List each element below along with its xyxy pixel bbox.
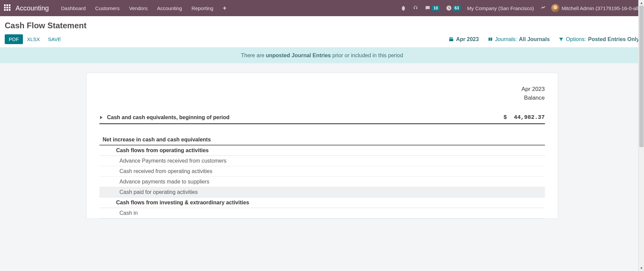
page-title: Cash Flow Statement bbox=[5, 21, 639, 30]
brand[interactable]: Accounting bbox=[16, 4, 49, 12]
toolbar: PDF XLSX SAVE Apr 2023 Journals: All Jou… bbox=[5, 34, 639, 47]
filter-journals[interactable]: Journals: All Journals bbox=[488, 36, 550, 42]
filter-icon bbox=[558, 37, 564, 42]
activities-icon[interactable]: 63 bbox=[446, 5, 461, 11]
company-selector[interactable]: My Company (San Francisco) bbox=[467, 5, 534, 11]
scroll-up-icon[interactable]: ▲ bbox=[639, 0, 644, 6]
row-advance-paid[interactable]: Advance payments made to suppliers bbox=[99, 176, 545, 187]
apps-icon[interactable] bbox=[4, 4, 11, 12]
xlsx-button[interactable]: XLSX bbox=[23, 34, 44, 44]
control-panel: Cash Flow Statement PDF XLSX SAVE Apr 20… bbox=[0, 16, 644, 48]
filter-period[interactable]: Apr 2023 bbox=[449, 36, 479, 42]
topbar: Accounting Dashboard Customers Vendors A… bbox=[0, 0, 644, 16]
pdf-button[interactable]: PDF bbox=[5, 34, 23, 44]
report-balance-label: Balance bbox=[99, 95, 545, 101]
row-investing-activities[interactable]: Cash flows from investing & extraordinar… bbox=[99, 197, 545, 208]
scroll-thumb[interactable] bbox=[639, 6, 644, 147]
nav-dashboard[interactable]: Dashboard bbox=[61, 5, 86, 11]
row-advance-received[interactable]: Advance Payments received from customers bbox=[99, 156, 545, 166]
scrollbar[interactable]: ▲ ▼ bbox=[638, 0, 644, 228]
avatar[interactable] bbox=[551, 4, 559, 12]
filter-options[interactable]: Options: Posted Entries Only bbox=[558, 36, 639, 42]
nav-customers[interactable]: Customers bbox=[95, 5, 120, 11]
calendar-icon bbox=[449, 37, 454, 42]
row-beginning-cash[interactable]: Cash and cash equivalents, beginning of … bbox=[99, 111, 545, 124]
activities-badge: 63 bbox=[453, 5, 461, 11]
row-operating-activities[interactable]: Cash flows from operating activities bbox=[99, 145, 545, 156]
row-beginning-cash-value: $ 44,982.37 bbox=[438, 111, 545, 124]
user-menu[interactable]: Mitchell Admin (37179195-16-0-all) bbox=[561, 5, 640, 11]
report-period: Apr 2023 bbox=[99, 86, 545, 93]
book-icon bbox=[488, 37, 493, 42]
caret-icon[interactable] bbox=[100, 116, 102, 119]
messages-badge: 10 bbox=[432, 5, 439, 11]
save-button[interactable]: SAVE bbox=[44, 34, 65, 44]
row-cash-paid[interactable]: Cash paid for operating activities bbox=[99, 187, 545, 197]
row-net-increase[interactable]: Net increase in cash and cash equivalent… bbox=[99, 134, 545, 145]
warning-banner[interactable]: There are unposted Journal Entries prior… bbox=[0, 48, 644, 63]
plus-icon[interactable]: + bbox=[223, 5, 226, 12]
row-cash-in[interactable]: Cash in bbox=[99, 208, 545, 218]
nav-vendors[interactable]: Vendors bbox=[129, 5, 148, 11]
support-icon[interactable] bbox=[412, 5, 419, 11]
debug-icon[interactable] bbox=[400, 5, 406, 11]
report-sheet: Apr 2023 Balance Cash and cash equivalen… bbox=[86, 73, 558, 219]
messages-icon[interactable]: 10 bbox=[425, 5, 439, 11]
row-cash-received[interactable]: Cash received from operating activities bbox=[99, 166, 545, 176]
nav-reporting[interactable]: Reporting bbox=[191, 5, 213, 11]
tools-icon[interactable] bbox=[540, 5, 546, 11]
nav-accounting[interactable]: Accounting bbox=[157, 5, 182, 11]
